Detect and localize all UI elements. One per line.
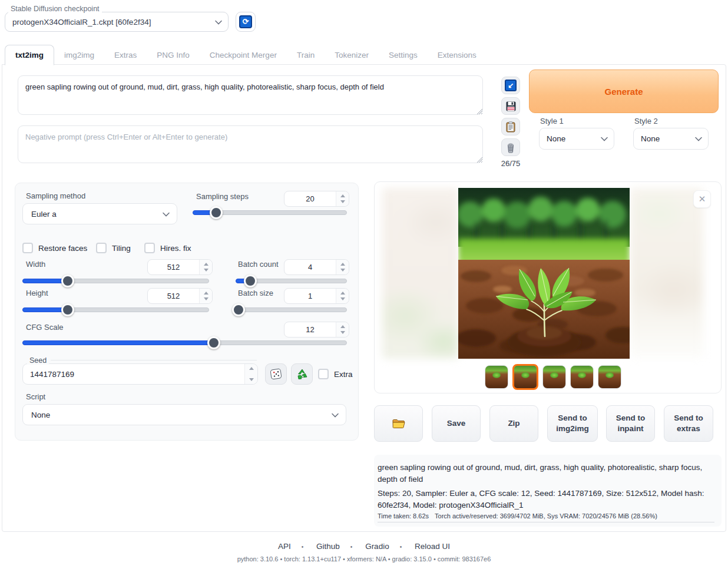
gallery-thumbnail-1[interactable] xyxy=(485,365,508,389)
reuse-seed-button[interactable] xyxy=(291,363,313,385)
generate-button[interactable]: Generate xyxy=(529,70,719,113)
tab-png-info[interactable]: PNG Info xyxy=(147,46,200,64)
checkpoint-dropdown[interactable]: protogenX34OfficialR_1.ckpt [60fe2f34] xyxy=(5,12,229,32)
checkbox-box[interactable] xyxy=(318,369,329,379)
sampling-steps-stepper[interactable] xyxy=(336,191,349,206)
sampling-steps-slider[interactable] xyxy=(193,210,347,215)
gallery-thumbnail-2-selected[interactable] xyxy=(512,364,538,390)
tab-extras[interactable]: Extras xyxy=(104,46,147,64)
batch-count-stepper[interactable] xyxy=(336,260,349,274)
sampling-method-dropdown[interactable]: Euler a xyxy=(22,203,177,224)
chevron-down-icon xyxy=(695,137,701,141)
sampling-method-value: Euler a xyxy=(31,210,57,219)
batch-size-input[interactable]: 1 xyxy=(284,288,349,304)
cfg-scale-stepper[interactable] xyxy=(336,322,349,337)
paste-arrow-icon: ↙ xyxy=(505,80,517,91)
checkbox-box[interactable] xyxy=(22,243,33,253)
tab-settings[interactable]: Settings xyxy=(379,46,428,64)
batch-count-value: 4 xyxy=(284,263,336,272)
height-slider[interactable] xyxy=(22,307,209,312)
footer-link-reload-ui[interactable]: Reload UI xyxy=(415,542,450,551)
tab-checkpoint-merger[interactable]: Checkpoint Merger xyxy=(200,46,287,64)
token-counter: 26/75 xyxy=(500,159,521,168)
bullet-separator: • xyxy=(302,544,304,550)
tiling-label: Tiling xyxy=(112,244,131,253)
tab-img2img[interactable]: img2img xyxy=(54,46,104,64)
footer-link-gradio[interactable]: Gradio xyxy=(365,542,389,551)
chevron-down-icon xyxy=(332,413,337,417)
batch-count-label: Batch count xyxy=(238,260,279,269)
tiling-checkbox[interactable]: Tiling xyxy=(96,243,131,253)
restore-faces-checkbox[interactable]: Restore faces xyxy=(22,243,87,253)
batch-size-value: 1 xyxy=(284,292,336,300)
style1-dropdown[interactable]: None xyxy=(539,128,614,150)
random-seed-button[interactable] xyxy=(265,363,287,385)
batch-size-stepper[interactable] xyxy=(336,289,349,303)
height-value: 512 xyxy=(148,292,199,300)
style1-label: Style 1 xyxy=(540,117,564,125)
clear-prompt-button[interactable] xyxy=(501,138,520,156)
prompt-input[interactable] xyxy=(18,75,483,115)
clipboard-icon xyxy=(505,121,516,133)
close-gallery-button[interactable]: ✕ xyxy=(693,190,711,208)
negative-prompt-resize-grip[interactable] xyxy=(476,157,483,163)
refresh-icon: ⟳ xyxy=(239,15,252,28)
refresh-checkpoint-button[interactable]: ⟳ xyxy=(236,12,256,32)
cfg-scale-input[interactable]: 12 xyxy=(284,322,349,338)
save-button[interactable]: Save xyxy=(432,405,481,442)
script-dropdown[interactable]: None xyxy=(22,404,346,425)
apply-style-button[interactable] xyxy=(501,118,520,135)
seed-label: Seed xyxy=(27,356,49,365)
send-to-extras-button[interactable]: Send to extras xyxy=(664,405,713,442)
open-folder-button[interactable] xyxy=(374,405,423,442)
width-input[interactable]: 512 xyxy=(147,259,213,275)
tab-txt2img[interactable]: txt2img xyxy=(5,45,54,65)
style2-dropdown[interactable]: None xyxy=(633,128,709,150)
checkbox-box[interactable] xyxy=(96,243,107,253)
hires-fix-checkbox[interactable]: Hires. fix xyxy=(144,243,191,253)
height-input[interactable]: 512 xyxy=(147,288,213,304)
chevron-down-icon xyxy=(163,212,168,216)
height-stepper[interactable] xyxy=(199,289,212,303)
bullet-separator: • xyxy=(400,544,402,550)
batch-count-input[interactable]: 4 xyxy=(284,259,349,275)
bullet-separator: • xyxy=(350,544,353,550)
floppy-disk-icon xyxy=(505,101,517,112)
dice-icon xyxy=(270,368,283,381)
send-to-img2img-button[interactable]: Send to img2img xyxy=(547,405,598,442)
gallery-thumbnail-4[interactable] xyxy=(570,365,594,389)
sampling-steps-label: Sampling steps xyxy=(196,192,249,201)
stable-diffusion-webui: Stable Diffusion checkpoint protogenX34O… xyxy=(0,0,728,569)
cfg-scale-slider[interactable] xyxy=(22,340,347,345)
width-slider[interactable] xyxy=(22,279,209,283)
seed-input[interactable]: 1441787169 xyxy=(22,363,258,385)
footer-link-github[interactable]: Github xyxy=(316,542,340,551)
info-divider xyxy=(378,522,714,522)
zip-button[interactable]: Zip xyxy=(489,405,538,442)
batch-size-label: Batch size xyxy=(238,289,273,297)
gallery-thumbnail-3[interactable] xyxy=(542,365,566,389)
footer-links: API• Github• Gradio• Reload UI xyxy=(0,542,728,551)
main-tabbar: txt2img img2img Extras PNG Info Checkpoi… xyxy=(5,45,487,65)
batch-size-slider[interactable] xyxy=(236,307,347,312)
save-style-button[interactable] xyxy=(501,97,520,115)
generation-info-panel: green sapling rowing out of ground, mud,… xyxy=(374,455,722,527)
gallery-thumbnail-5[interactable] xyxy=(598,365,621,389)
prompt-resize-grip[interactable] xyxy=(476,108,483,115)
paste-params-button[interactable]: ↙ xyxy=(501,77,520,94)
extra-seed-checkbox[interactable]: Extra xyxy=(318,369,353,379)
height-label: Height xyxy=(26,289,48,297)
width-stepper[interactable] xyxy=(199,260,212,274)
sampling-steps-input[interactable]: 20 xyxy=(284,191,349,207)
generated-image[interactable] xyxy=(458,188,630,359)
seed-stepper[interactable] xyxy=(244,364,257,384)
send-to-inpaint-button[interactable]: Send to inpaint xyxy=(606,405,655,442)
footer-versions: python: 3.10.6 • torch: 1.13.1+cu117 • x… xyxy=(0,555,728,563)
tab-train[interactable]: Train xyxy=(287,46,325,64)
negative-prompt-input[interactable] xyxy=(18,125,483,163)
batch-count-slider[interactable] xyxy=(236,279,347,283)
footer-link-api[interactable]: API xyxy=(278,542,291,551)
tab-tokenizer[interactable]: Tokenizer xyxy=(325,46,379,64)
checkbox-box[interactable] xyxy=(144,243,155,253)
tab-extensions[interactable]: Extensions xyxy=(428,46,487,64)
